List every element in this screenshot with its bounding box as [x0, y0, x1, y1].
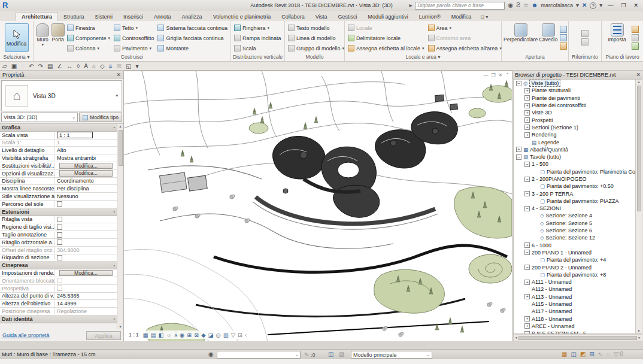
property-value[interactable]: Modifica...	[55, 270, 117, 277]
tree-item[interactable]: ▢Pianta del pavimento: +4	[514, 256, 635, 263]
tree-item-label[interactable]: Sezione: Sezione 6	[546, 228, 593, 233]
undo-icon[interactable]: ↶	[29, 62, 34, 70]
tree-item-label[interactable]: A118 - Unnamed	[532, 316, 572, 322]
tree-item[interactable]: ▤Legende	[514, 138, 635, 145]
properties-scrollbar[interactable]: ▴▾	[117, 124, 123, 329]
view-restore-icon[interactable]: ❒	[491, 72, 495, 78]
property-value[interactable]: Nessuno	[55, 193, 117, 199]
area-button[interactable]: Area▾	[427, 23, 503, 33]
vertical-opening-icon[interactable]	[560, 34, 567, 41]
expand-icon[interactable]: +	[524, 95, 530, 101]
tree-item[interactable]: +A118 - Unnamed	[514, 316, 635, 323]
expand-icon[interactable]: +	[524, 132, 530, 138]
collapse-icon[interactable]: ‹	[245, 332, 247, 338]
modify-value-button[interactable]: Modifica...	[59, 270, 113, 277]
property-value[interactable]	[55, 201, 117, 207]
tree-item-label[interactable]: 3 - 200 P TERRA	[532, 191, 573, 197]
view-scale[interactable]: 1 : 1	[127, 331, 141, 338]
property-checkbox[interactable]	[57, 239, 62, 245]
thin-lines-icon[interactable]: ≡	[109, 62, 113, 70]
tree-item[interactable]: +6 - 1000	[514, 242, 635, 249]
property-value[interactable]: 1 : 1	[55, 132, 117, 138]
edit-type-button[interactable]: Modifica tipo	[79, 113, 122, 122]
property-value[interactable]: Coordinamento	[55, 178, 117, 184]
tree-item-label[interactable]: Sezioni (Sezione 1)	[532, 125, 578, 131]
tree-item[interactable]: +Prospetti	[514, 116, 635, 123]
save-icon[interactable]: ▣	[11, 62, 17, 70]
instance-selector[interactable]: Vista 3D: (3D) ⌄	[1, 113, 78, 122]
tree-item[interactable]: +Sezioni (Sezione 1)	[514, 124, 635, 131]
measure-icon[interactable]: ∠	[57, 62, 62, 70]
imposta-button[interactable]: Imposta	[605, 22, 629, 53]
tab-struttura[interactable]: Struttura	[58, 13, 90, 21]
collapse-icon[interactable]: −	[524, 206, 530, 211]
cavedio-button[interactable]: Cavedio	[539, 22, 557, 53]
workplane-3d-icon[interactable]	[632, 43, 639, 50]
montante-button[interactable]: Montante	[156, 43, 229, 53]
panel-display-toggle-icon[interactable]: ⊡ ▾	[480, 14, 488, 21]
tree-item-label[interactable]: Legende	[538, 139, 559, 145]
tree-item[interactable]: −4 - SEZIONI	[514, 205, 635, 212]
tree-item-label[interactable]: 6 - 1000	[532, 242, 551, 248]
help-dropdown-icon[interactable]: ▾	[599, 2, 602, 9]
constraints-icon[interactable]: ⊡	[238, 332, 242, 338]
crop-view-icon[interactable]: ⊞	[187, 332, 192, 338]
pin-icon[interactable]: ▪	[114, 263, 115, 268]
collapse-icon[interactable]: −	[516, 81, 521, 86]
tree-item[interactable]: +Piante dei controsoffitti	[514, 102, 635, 109]
tab-gestisci[interactable]: Gestisci	[333, 13, 363, 21]
favorites-star-icon[interactable]: ☆	[523, 2, 529, 9]
redo-icon[interactable]: ↷	[38, 62, 43, 70]
tree-item-label[interactable]: Rendering	[532, 132, 557, 138]
property-value[interactable]: Mostra entrambi	[55, 155, 117, 161]
expand-icon[interactable]: +	[524, 125, 530, 130]
view-collapse-icon[interactable]: ⌃	[505, 72, 509, 78]
collapse-icon[interactable]: −	[524, 177, 530, 182]
scale-icon[interactable]: ▦	[143, 332, 148, 338]
tab-lumion-[interactable]: Lumion®	[414, 13, 446, 21]
expand-icon[interactable]: +	[524, 110, 530, 116]
testo-modello-button[interactable]: Testo modello	[287, 23, 345, 33]
tree-item-label[interactable]: A115 - Unnamed	[532, 301, 572, 307]
tree-item-label[interactable]: 1 - 500	[532, 161, 548, 167]
pin-icon[interactable]: ▪	[114, 210, 115, 214]
tree-item[interactable]: ▢Pianta del pavimento: Planimetria Cop	[514, 168, 635, 175]
tree-item-label[interactable]: 200 PIANO 1 - Unnamed	[532, 250, 592, 256]
pavimento-button[interactable]: Pavimento▾	[113, 43, 155, 53]
tree-item[interactable]: +Piante dei pavimenti	[514, 95, 635, 102]
options-icon[interactable]: ◌	[606, 351, 610, 358]
etichetta-locale-button[interactable]: Assegna etichetta al locale▾	[347, 43, 426, 53]
controsoffitto-button[interactable]: Controsoffitto	[113, 33, 155, 43]
help-icon[interactable]: ?	[590, 2, 596, 9]
view-close-icon[interactable]: ✕	[499, 72, 503, 78]
browser-vscrollbar[interactable]: ▴▾	[635, 80, 642, 333]
colonna-button[interactable]: Colonna▾	[66, 43, 111, 53]
tab-volumetrie-e-planimetria[interactable]: Volumetrie e planimetria	[208, 13, 277, 21]
tag-icon[interactable]: ◊	[77, 62, 80, 70]
expand-icon[interactable]: +	[524, 88, 530, 93]
unlocked-view-icon[interactable]: ◆	[201, 332, 205, 338]
sistema-facciata-button[interactable]: Sistema facciata continua	[156, 23, 229, 33]
expand-icon[interactable]: +	[524, 280, 530, 285]
perpendicolare-button[interactable]: Perpendicolare	[504, 22, 538, 53]
visual-style-icon[interactable]: ◧	[159, 332, 164, 338]
property-value[interactable]	[55, 232, 117, 238]
tab-analizza[interactable]: Analizza	[177, 13, 208, 21]
tree-item[interactable]: ◇Sezione: Sezione 5	[514, 220, 635, 227]
tab-modifica[interactable]: Modifica	[446, 13, 477, 21]
properties-help-link[interactable]: Guida alle proprietà	[2, 332, 50, 338]
shadows-icon[interactable]: ◑	[174, 332, 177, 338]
collapse-icon[interactable]: −	[516, 154, 521, 160]
property-checkbox[interactable]	[57, 201, 62, 207]
tree-item-label[interactable]: Viste (tutto)	[529, 80, 560, 87]
filter-icon[interactable]: ▽:0	[614, 351, 623, 358]
tree-item-label[interactable]: 200 PIANO 2 - Unnamed	[532, 265, 592, 271]
property-value[interactable]: 14.4999	[55, 301, 117, 307]
property-checkbox[interactable]	[57, 225, 62, 230]
tree-item[interactable]: A117 - Unnamed	[514, 308, 635, 315]
user-icon[interactable]: ☻	[532, 2, 538, 9]
property-value[interactable]: 245.5365	[55, 293, 117, 299]
section-icon[interactable]: ◇	[100, 62, 105, 70]
exchange-apps-icon[interactable]: ✕	[582, 2, 587, 9]
tree-item[interactable]: ▢Pianta del pavimento: +0.50	[514, 183, 635, 190]
